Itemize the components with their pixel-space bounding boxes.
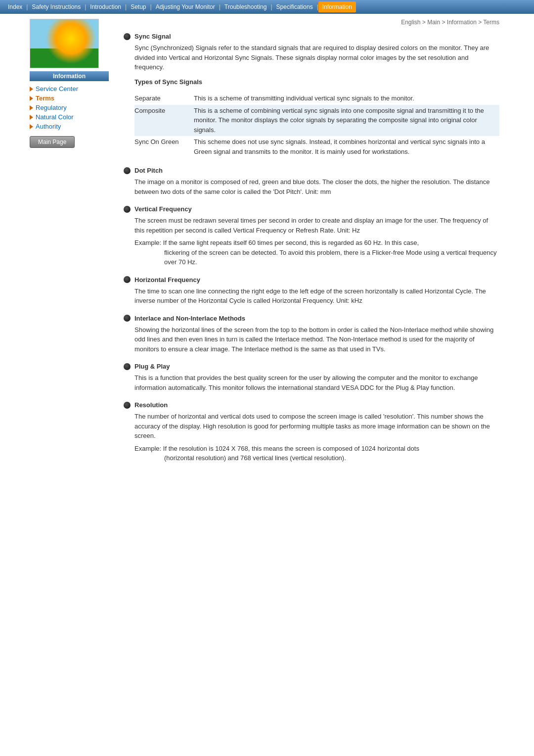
nav-setup[interactable]: Setup bbox=[127, 3, 150, 10]
table-row: Separate This is a scheme of transmittin… bbox=[134, 93, 499, 105]
table-row: Composite This is a scheme of combining … bbox=[134, 105, 499, 137]
sidebar-logo-label: Information bbox=[30, 71, 109, 81]
example-vertical-frequency: Example: If the same light repeats itsel… bbox=[134, 238, 499, 267]
section-body-vertical-frequency: The screen must be redrawn several times… bbox=[134, 216, 499, 235]
example-indent-resolution: (horizontal resolution) and 768 vertical… bbox=[164, 453, 499, 463]
breadcrumb: English > Main > Information > Terms bbox=[124, 19, 499, 26]
sidebar-link-terms[interactable]: Terms bbox=[36, 94, 54, 102]
arrow-icon bbox=[30, 105, 33, 110]
bullet-icon bbox=[124, 276, 131, 283]
sync-type-label-2: Sync On Green bbox=[134, 136, 194, 158]
section-interlace: Interlace and Non-Interlace Methods Show… bbox=[124, 315, 499, 354]
section-title-plug-play: Plug & Play bbox=[124, 363, 499, 370]
main-content: English > Main > Information > Terms Syn… bbox=[114, 19, 509, 487]
section-body-dot-pitch: The image on a monitor is composed of re… bbox=[134, 177, 499, 196]
section-horizontal-frequency: Horizontal Frequency The time to scan on… bbox=[124, 276, 499, 306]
section-plug-play: Plug & Play This is a function that prov… bbox=[124, 363, 499, 392]
bullet-icon bbox=[124, 402, 131, 409]
sidebar-item-service-center[interactable]: Service Center bbox=[30, 85, 109, 93]
section-title-sync-signal: Sync Signal bbox=[124, 33, 499, 40]
sidebar-item-regulatory[interactable]: Regulatory bbox=[30, 104, 109, 111]
nav-adjusting[interactable]: Adjusting Your Monitor bbox=[152, 3, 219, 10]
sidebar-link-authority[interactable]: Authority bbox=[36, 123, 61, 130]
main-page-button[interactable]: Main Page bbox=[30, 136, 75, 148]
sync-types-table: Separate This is a scheme of transmittin… bbox=[134, 93, 499, 158]
sync-type-desc-2: This scheme does not use sync signals. I… bbox=[194, 136, 499, 158]
example-resolution: Example: If the resolution is 1024 X 768… bbox=[134, 444, 499, 463]
sidebar-link-natural-color[interactable]: Natural Color bbox=[36, 113, 74, 121]
nav-troubleshooting[interactable]: Troubleshooting bbox=[221, 3, 271, 10]
section-title-interlace: Interlace and Non-Interlace Methods bbox=[124, 315, 499, 322]
arrow-icon bbox=[30, 124, 33, 129]
nav-specifications[interactable]: Specifications bbox=[272, 3, 317, 10]
bullet-icon bbox=[124, 315, 131, 322]
bullet-icon bbox=[124, 206, 131, 213]
section-body-resolution: The number of horizontal and vertical do… bbox=[134, 412, 499, 441]
sidebar-link-service-center[interactable]: Service Center bbox=[36, 85, 78, 93]
sidebar-logo bbox=[30, 19, 99, 68]
nav-introduction[interactable]: Introduction bbox=[86, 3, 125, 10]
sync-type-desc-0: This is a scheme of transmitting individ… bbox=[194, 93, 499, 105]
bullet-icon bbox=[124, 363, 131, 370]
sidebar: Information Service Center Terms Regulat… bbox=[25, 19, 114, 487]
bullet-icon bbox=[124, 167, 131, 174]
sidebar-item-authority[interactable]: Authority bbox=[30, 123, 109, 130]
section-body-plug-play: This is a function that provides the bes… bbox=[134, 373, 499, 392]
arrow-icon bbox=[30, 87, 33, 92]
top-nav: Index | Safety Instructions | Introducti… bbox=[0, 0, 534, 14]
arrow-icon bbox=[30, 115, 33, 120]
section-body-interlace: Showing the horizontal lines of the scre… bbox=[134, 325, 499, 354]
nav-information[interactable]: Information bbox=[318, 1, 356, 12]
section-title-horizontal-frequency: Horizontal Frequency bbox=[124, 276, 499, 284]
sync-table-title: Types of Sync Signals bbox=[134, 76, 499, 89]
section-dot-pitch: Dot Pitch The image on a monitor is comp… bbox=[124, 167, 499, 196]
section-title-vertical-frequency: Vertical Frequency bbox=[124, 205, 499, 213]
arrow-icon bbox=[30, 96, 33, 101]
sync-type-desc-1: This is a scheme of combining vertical s… bbox=[194, 105, 499, 137]
section-body-horizontal-frequency: The time to scan one line connecting the… bbox=[134, 286, 499, 306]
nav-safety[interactable]: Safety Instructions bbox=[28, 3, 85, 10]
example-indent-vertical-frequency: flickering of the screen can be detected… bbox=[164, 248, 499, 267]
bullet-icon bbox=[124, 33, 131, 40]
section-body-sync-signal: Sync (Synchronized) Signals refer to the… bbox=[134, 43, 499, 158]
section-title-resolution: Resolution bbox=[124, 401, 499, 409]
section-sync-signal: Sync Signal Sync (Synchronized) Signals … bbox=[124, 33, 499, 158]
sync-type-label-0: Separate bbox=[134, 93, 194, 105]
nav-index[interactable]: Index bbox=[4, 3, 26, 10]
sidebar-item-natural-color[interactable]: Natural Color bbox=[30, 113, 109, 121]
section-title-dot-pitch: Dot Pitch bbox=[124, 167, 499, 174]
table-row: Sync On Green This scheme does not use s… bbox=[134, 136, 499, 158]
sync-type-label-1: Composite bbox=[134, 105, 194, 137]
sidebar-item-terms[interactable]: Terms bbox=[30, 94, 109, 102]
sidebar-link-regulatory[interactable]: Regulatory bbox=[36, 104, 67, 111]
section-vertical-frequency: Vertical Frequency The screen must be re… bbox=[124, 205, 499, 267]
section-resolution: Resolution The number of horizontal and … bbox=[124, 401, 499, 463]
